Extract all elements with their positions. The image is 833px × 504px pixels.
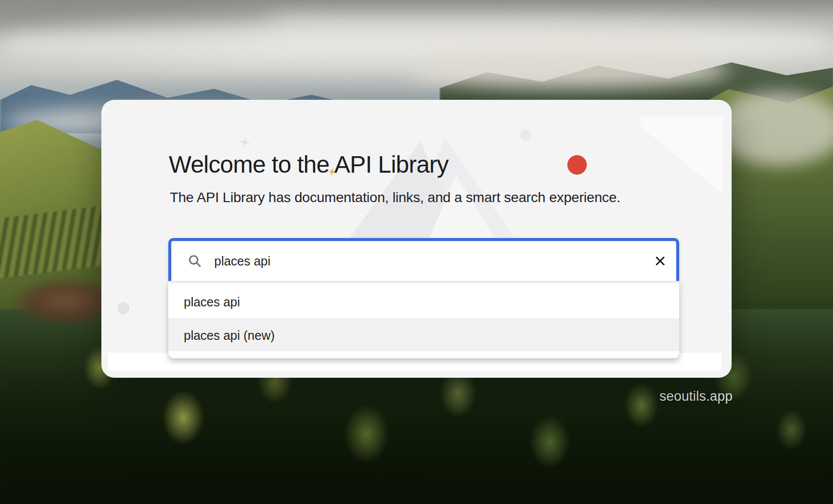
search-box: [168, 238, 679, 281]
fog-band: [0, 21, 833, 67]
search-suggestions-menu: places api places api (new): [168, 281, 679, 358]
corner-polygon-graphic: [638, 116, 723, 196]
fog-band-right: [410, 52, 729, 89]
search-input[interactable]: [214, 241, 624, 281]
search-icon: [187, 253, 202, 268]
decor-dot-red: [567, 155, 587, 175]
clear-search-button[interactable]: [649, 250, 671, 272]
suggestion-places-api[interactable]: places api: [168, 285, 679, 318]
sparkle-icon: [238, 136, 251, 148]
suggestion-places-api-new[interactable]: places api (new): [168, 318, 679, 351]
page-subtitle: The API Library has documentation, links…: [170, 190, 620, 206]
decor-dot-gray-small: [117, 302, 129, 314]
close-icon: [653, 253, 668, 268]
watermark-text: seoutils.app: [660, 389, 733, 404]
decor-dot-gray: [520, 130, 531, 141]
screenshot-root: seoutils.app Welcome to the API Library …: [0, 0, 833, 504]
api-library-dialog: Welcome to the API Library The API Libra…: [101, 100, 732, 378]
page-title: Welcome to the API Library: [169, 152, 448, 177]
